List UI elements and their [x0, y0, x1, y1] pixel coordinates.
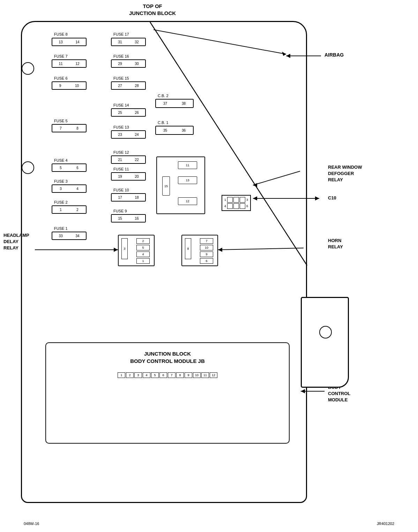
cb2-pin1: 37 — [163, 102, 167, 105]
fuse2-label: FUSE 2 — [54, 200, 68, 204]
fuse10-pin2: 18 — [135, 196, 139, 199]
fuse7-pin1: 11 — [59, 62, 62, 66]
fuse7-pin2: 12 — [75, 62, 79, 66]
corner-circle-middle — [22, 161, 34, 174]
horn-relay-slot-6: 6 — [206, 259, 207, 263]
fuse7-label: FUSE 7 — [54, 54, 68, 58]
fuse1-pin2: 34 — [75, 234, 79, 238]
fuse14-label: FUSE 14 — [113, 103, 129, 107]
fuse6-box: 9 10 — [52, 81, 87, 90]
fuse8-box: 13 14 — [52, 38, 87, 46]
fuse16-label: FUSE 16 — [113, 54, 129, 58]
fuse13-label: FUSE 13 — [113, 125, 129, 129]
fuse16-pin2: 30 — [135, 62, 139, 66]
rear-window-defogger-relay-box: 11 15 13 12 — [156, 156, 205, 214]
bottom-ref-left: 048W-16 — [24, 522, 39, 526]
right-side-circle — [319, 326, 332, 338]
fuse5-label: FUSE 5 — [54, 119, 68, 123]
fuse14-pin1: 25 — [118, 111, 122, 115]
fuse9-pin2: 16 — [135, 217, 139, 220]
fuse16-pin1: 29 — [118, 62, 122, 66]
fuse16-box: 29 30 — [111, 59, 146, 68]
cb1-label: C.B. 1 — [158, 121, 169, 125]
relay-slot-13: 13 — [178, 176, 197, 184]
jb-term-8: 8 — [176, 372, 184, 378]
jb-term-7: 7 — [168, 372, 176, 378]
fuse12-pin2: 22 — [135, 158, 139, 162]
fuse13-pin2: 24 — [135, 133, 139, 137]
cb1-box: 35 36 — [155, 126, 194, 135]
headlamp-relay-slot-2: 2 — [142, 239, 144, 243]
horn-relay-box: 8 7 10 9 6 — [181, 235, 218, 266]
fuse2-box: 1 2 — [52, 205, 87, 214]
fuse5-box: 7 8 — [52, 124, 87, 132]
fuse5-pin2: 8 — [76, 126, 79, 130]
fuse8-pin2: 14 — [75, 40, 79, 44]
fuse10-label: FUSE 10 — [113, 188, 129, 192]
fuse3-pin1: 3 — [60, 187, 62, 191]
jb-term-5: 5 — [151, 372, 159, 378]
jb-term-4: 4 — [143, 372, 150, 378]
fuse15-pin2: 28 — [135, 84, 139, 88]
headlamp-relay-box: 3 2 5 4 1 — [118, 235, 155, 266]
fuse4-box: 5 6 — [52, 163, 87, 172]
fuse4-pin2: 6 — [76, 166, 79, 170]
fuse12-pin1: 21 — [118, 158, 122, 162]
cb2-label: C.B. 2 — [158, 94, 169, 98]
c10-label-6: 6 — [246, 204, 248, 208]
horn-relay-slot-7: 7 — [206, 239, 207, 243]
junction-block-bcm: JUNCTION BLOCKBODY CONTROL MODULE JB 1 2… — [45, 342, 290, 444]
diagram: TOP OFJUNCTION BLOCK AIRBAG REAR WINDOWD… — [0, 0, 418, 532]
jb-terminal-row: 1 2 3 4 5 6 7 8 9 10 11 12 — [118, 372, 217, 378]
fuse9-pin1: 15 — [118, 217, 122, 220]
fuse5-pin1: 7 — [60, 126, 62, 130]
jb-title: JUNCTION BLOCKBODY CONTROL MODULE JB — [46, 350, 289, 365]
c10-connector: 1 3 4 6 — [222, 195, 251, 211]
fuse15-pin1: 27 — [118, 84, 122, 88]
fuse11-pin2: 20 — [135, 175, 139, 178]
c10-label-3: 3 — [246, 198, 248, 202]
fuse7-box: 11 12 — [52, 59, 87, 68]
fuse14-pin2: 26 — [135, 111, 139, 115]
jb-term-2: 2 — [126, 372, 134, 378]
fuse2-pin1: 1 — [60, 208, 62, 212]
fuse13-pin1: 23 — [118, 133, 122, 137]
fuse17-box: 31 32 — [111, 38, 146, 46]
relay-slot-11: 11 — [178, 161, 197, 169]
svg-marker-8 — [315, 196, 319, 201]
horn-relay-label: HORNRELAY — [328, 238, 343, 250]
relay-slot-15: 15 — [162, 176, 170, 196]
c10-label-1: 1 — [224, 198, 226, 202]
fuse10-box: 17 18 — [111, 193, 146, 202]
jb-term-9: 9 — [185, 372, 192, 378]
bottom-ref-right: JR401202 — [377, 522, 394, 526]
fuse6-pin2: 10 — [75, 84, 79, 88]
fuse4-label: FUSE 4 — [54, 158, 68, 162]
top-junction-label: TOP OFJUNCTION BLOCK — [129, 3, 176, 16]
fuse3-box: 3 4 — [52, 184, 87, 193]
fuse15-box: 27 28 — [111, 81, 146, 90]
fuse10-pin1: 17 — [118, 196, 122, 199]
fuse17-pin1: 31 — [118, 40, 122, 44]
fuse11-label: FUSE 11 — [113, 167, 129, 171]
jb-term-12: 12 — [210, 372, 217, 378]
fuse12-box: 21 22 — [111, 155, 146, 164]
fuse11-pin1: 19 — [118, 175, 122, 178]
jb-term-10: 10 — [193, 372, 201, 378]
fuse8-pin1: 13 — [59, 40, 62, 44]
cb2-box: 37 38 — [155, 99, 194, 108]
headlamp-relay-slot-1: 1 — [142, 259, 144, 263]
fuse12-label: FUSE 12 — [113, 150, 129, 154]
fuse9-box: 15 16 — [111, 214, 146, 223]
headlamp-relay-slot-5: 5 — [142, 246, 144, 249]
rear-window-defogger-relay-label: REAR WINDOWDEFOGGERRELAY — [328, 164, 362, 183]
relay-slot-12: 12 — [178, 197, 197, 205]
fuse11-box: 19 20 — [111, 172, 146, 181]
fuse17-label: FUSE 17 — [113, 32, 129, 36]
headlamp-relay-slot-4: 4 — [142, 253, 144, 256]
fuse15-label: FUSE 15 — [113, 76, 129, 80]
fuse13-box: 23 24 — [111, 130, 146, 139]
corner-circle-top — [22, 62, 34, 75]
fuse1-box: 33 34 — [52, 232, 87, 240]
fuse1-pin1: 33 — [59, 234, 62, 238]
